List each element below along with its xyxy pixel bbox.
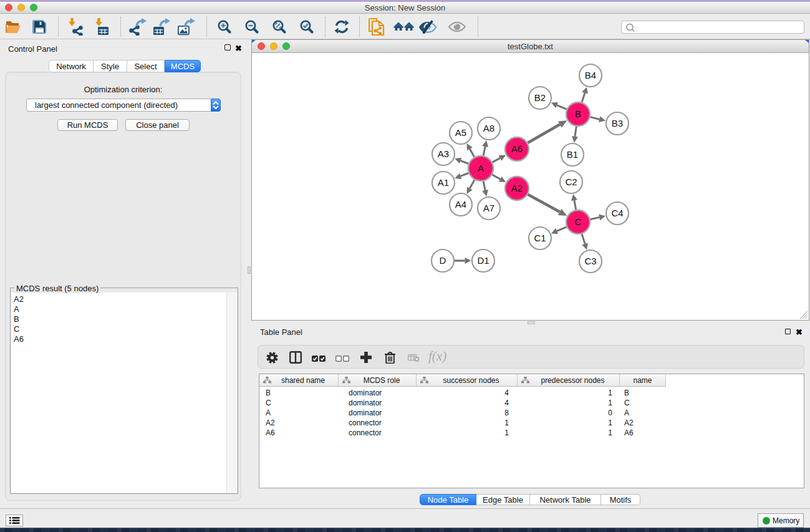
svg-text:C2: C2: [565, 177, 577, 187]
svg-text:C3: C3: [584, 256, 596, 266]
svg-text:B: B: [575, 109, 581, 119]
svg-text:D1: D1: [477, 255, 489, 266]
svg-text:A3: A3: [438, 148, 449, 159]
svg-text:A5: A5: [455, 127, 466, 138]
svg-text:C: C: [575, 216, 582, 227]
svg-text:A4: A4: [455, 199, 466, 210]
svg-text:B2: B2: [534, 92, 546, 103]
svg-text:A8: A8: [483, 123, 494, 133]
svg-text:A7: A7: [483, 203, 494, 213]
svg-text:D: D: [440, 255, 446, 266]
svg-text:A: A: [478, 163, 484, 173]
svg-text:B4: B4: [585, 70, 596, 80]
svg-text:B1: B1: [567, 149, 578, 160]
svg-text:B3: B3: [612, 118, 623, 128]
svg-text:A2: A2: [511, 183, 523, 193]
svg-text:C4: C4: [611, 208, 623, 218]
svg-text:A6: A6: [511, 143, 523, 154]
svg-text:C1: C1: [534, 233, 546, 243]
svg-text:A1: A1: [438, 177, 449, 188]
